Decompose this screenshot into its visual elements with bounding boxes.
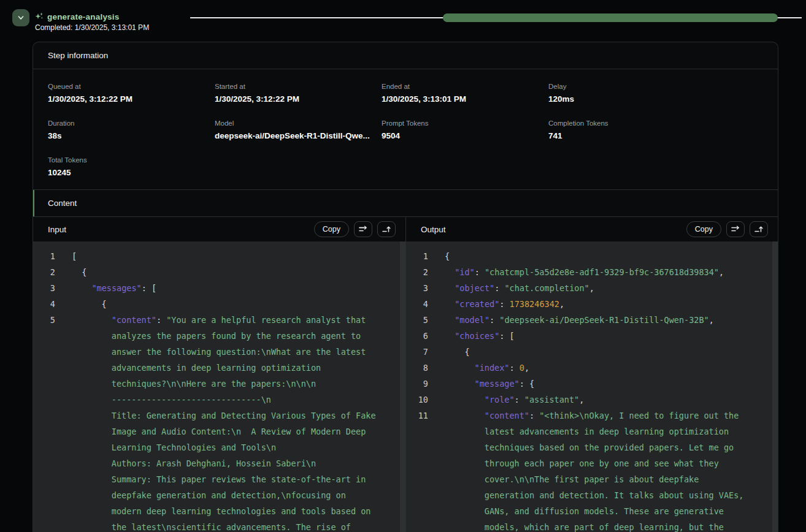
- line-number: 6: [406, 328, 428, 344]
- code-line: 5"content": "You are a helpful research …: [33, 312, 405, 532]
- code-line: 10"role": "assistant",: [406, 392, 778, 408]
- code-text: {: [428, 248, 778, 264]
- wrap-text-icon: [358, 225, 368, 234]
- line-number: 8: [406, 360, 428, 376]
- line-number: 5: [406, 312, 428, 328]
- copy-button[interactable]: Copy: [686, 221, 721, 237]
- code-text: "choices": [: [428, 328, 778, 344]
- output-json-viewer: 1{2"id": "chatcmpl-5a5d2e8e-adf1-9329-bf…: [406, 241, 778, 532]
- output-pane-header: Output Copy: [406, 217, 778, 241]
- step-field: Total Tokens10245: [48, 156, 215, 177]
- copy-button[interactable]: Copy: [314, 221, 349, 237]
- code-line: 7{: [406, 344, 778, 360]
- line-number: 1: [406, 248, 428, 264]
- code-text: "id": "chatcmpl-5a5d2e8e-adf1-9329-bf9c-…: [428, 264, 778, 280]
- wrap-text-icon: [731, 225, 740, 234]
- step-field: Modeldeepseek-ai/DeepSeek-R1-Distill-Qwe…: [215, 120, 382, 140]
- line-number: 3: [406, 280, 428, 296]
- line-number: 3: [33, 280, 55, 296]
- timeline-span-bar[interactable]: [443, 13, 778, 22]
- sparkles-icon: [34, 12, 44, 21]
- field-label: Model: [215, 120, 382, 127]
- field-value: 38s: [48, 131, 215, 140]
- code-text: "content": "<think>\nOkay, I need to fig…: [428, 408, 778, 532]
- code-text: [: [55, 248, 405, 264]
- output-pane-title: Output: [421, 225, 446, 234]
- step-completed-timestamp: Completed: 1/30/2025, 3:13:01 PM: [35, 23, 149, 32]
- input-output-split: Input Copy: [33, 217, 778, 532]
- input-scrollbar[interactable]: [400, 241, 405, 532]
- step-field: Started at1/30/2025, 3:12:22 PM: [215, 83, 382, 104]
- code-text: {: [55, 296, 405, 312]
- field-value: 1/30/2025, 3:12:22 PM: [215, 94, 382, 104]
- step-detail-panel: Step information Queued at1/30/2025, 3:1…: [33, 42, 778, 532]
- line-number: 10: [406, 392, 428, 408]
- code-text: "created": 1738246342,: [428, 296, 778, 312]
- code-line: 1{: [406, 248, 778, 264]
- step-field: Ended at1/30/2025, 3:13:01 PM: [382, 83, 548, 104]
- step-information-header: Step information: [33, 42, 778, 69]
- code-text: "messages": [: [55, 280, 405, 296]
- code-line: 4{: [33, 296, 405, 312]
- field-value: 10245: [48, 168, 215, 177]
- input-pane-title: Input: [48, 225, 66, 234]
- output-pane-toolbar: Copy: [686, 221, 768, 237]
- input-pane-toolbar: Copy: [314, 221, 396, 237]
- wrap-text-button[interactable]: [726, 221, 745, 237]
- line-number: 11: [406, 408, 428, 532]
- field-value: 1/30/2025, 3:13:01 PM: [382, 94, 548, 104]
- wrap-text-button[interactable]: [354, 221, 372, 237]
- code-text: "object": "chat.completion",: [428, 280, 778, 296]
- code-line: 11"content": "<think>\nOkay, I need to f…: [406, 408, 778, 532]
- code-text: "message": {: [428, 376, 778, 392]
- code-line: 4"created": 1738246342,: [406, 296, 778, 312]
- collapse-json-button[interactable]: [750, 221, 768, 237]
- field-label: Duration: [48, 120, 215, 127]
- collapse-json-button[interactable]: [377, 221, 396, 237]
- code-line: 2{: [33, 264, 405, 280]
- line-number: 2: [33, 264, 55, 280]
- field-value: 741: [548, 131, 715, 140]
- code-text: "role": "assistant",: [428, 392, 778, 408]
- code-line: 9"message": {: [406, 376, 778, 392]
- step-field: Delay120ms: [548, 83, 715, 104]
- code-line: 1[: [33, 248, 405, 264]
- field-value: 1/30/2025, 3:12:22 PM: [48, 94, 215, 104]
- step-title: generate-analysis: [47, 12, 119, 21]
- code-line: 6"choices": [: [406, 328, 778, 344]
- collapse-up-icon: [754, 225, 764, 234]
- input-pane-header: Input Copy: [33, 217, 405, 241]
- field-label: Started at: [215, 83, 382, 90]
- line-number: 4: [406, 296, 428, 312]
- line-number: 1: [33, 248, 55, 264]
- input-json-viewer: 1[2{3"messages": [4{5"content": "You are…: [33, 241, 405, 532]
- code-text: "index": 0,: [428, 360, 778, 376]
- step-field: Completion Tokens741: [548, 120, 715, 140]
- output-pane: Output Copy: [405, 217, 778, 532]
- line-number: 9: [406, 376, 428, 392]
- output-scrollbar[interactable]: [772, 241, 778, 532]
- top-bar: generate-analysis Completed: 1/30/2025, …: [0, 0, 806, 42]
- field-label: Total Tokens: [48, 156, 215, 164]
- field-label: Queued at: [48, 83, 215, 90]
- collapse-up-icon: [382, 225, 391, 234]
- line-number: 5: [33, 312, 55, 532]
- collapse-step-button[interactable]: [12, 9, 29, 26]
- field-label: Delay: [548, 83, 715, 90]
- code-text: {: [428, 344, 778, 360]
- code-text: {: [55, 264, 405, 280]
- input-pane: Input Copy: [33, 217, 405, 532]
- line-number: 7: [406, 344, 428, 360]
- field-label: Prompt Tokens: [382, 120, 548, 127]
- field-value: deepseek-ai/DeepSeek-R1-Distill-Qwe...: [215, 131, 382, 140]
- code-text: "content": "You are a helpful research a…: [55, 312, 405, 532]
- chevron-down-icon: [17, 13, 25, 22]
- content-section-header: Content: [33, 189, 778, 217]
- field-value: 120ms: [548, 94, 715, 104]
- line-number: 2: [406, 264, 428, 280]
- field-label: Completion Tokens: [548, 120, 715, 127]
- code-line: 5"model": "deepseek-ai/DeepSeek-R1-Disti…: [406, 312, 778, 328]
- step-field: Prompt Tokens9504: [382, 120, 548, 140]
- field-label: Ended at: [382, 83, 548, 90]
- step-information-fields: Queued at1/30/2025, 3:12:22 PMStarted at…: [33, 69, 778, 189]
